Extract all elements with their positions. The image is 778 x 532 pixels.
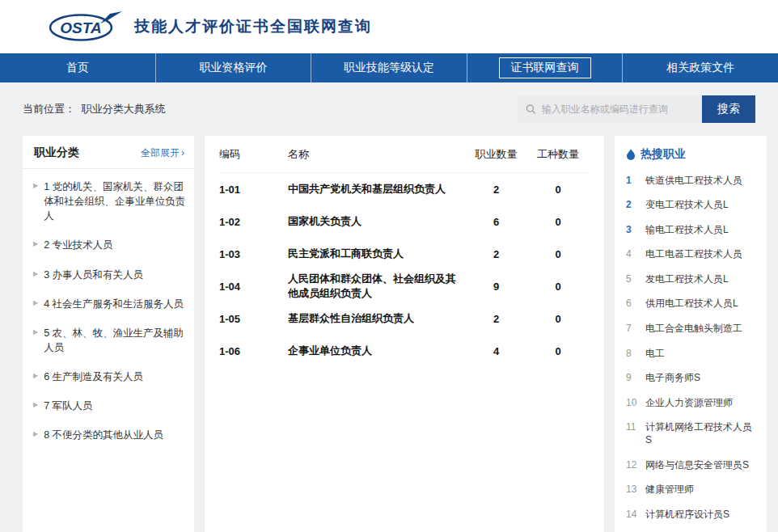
caret-right-icon: ▶ [33,179,38,223]
nav-item-occupational-qualification[interactable]: 职业资格评价 [156,53,312,82]
rank-number: 7 [626,323,639,334]
category-item[interactable]: ▶ 6 生产制造及有关人员 [23,362,194,391]
table-row[interactable]: 1-02 国家机关负责人 6 0 [219,205,590,238]
hot-search-item[interactable]: 13 健康管理师 [626,478,757,503]
rank-number: 8 [626,348,639,359]
category-item[interactable]: ▶ 1 党的机关、国家机关、群众团体和社会组织、企事业单位负责人 [23,172,194,230]
hot-item-label: 计算机程序设计员S [645,509,729,521]
hot-search-panel: 热搜职业 1 铁道供电工程技术人员 2 变电工程技术人员L 3 输电工程技术人员… [615,136,767,532]
cell-code: 1-06 [219,345,288,357]
caret-right-icon: ▶ [33,297,38,311]
hot-item-label: 电子商务师S [645,372,700,385]
cell-occupations: 2 [466,313,526,325]
cell-occupations: 4 [466,345,526,357]
table-header-row: 编码 名称 职业数量 工种数量 [219,136,590,173]
nav-item-policy-documents[interactable]: 相关政策文件 [623,53,778,82]
chevron-right-icon: › [181,147,184,158]
breadcrumb: 当前位置： 职业分类大典系统 [23,102,166,116]
caret-right-icon: ▶ [33,268,38,282]
category-item[interactable]: ▶ 3 办事人员和有关人员 [23,260,194,289]
cell-code: 1-03 [219,248,288,260]
cell-code: 1-05 [219,313,288,325]
content: 职业分类 全部展开 › ▶ 1 党的机关、国家机关、群众团体和社会组织、企事业单… [0,136,778,532]
osta-logo[interactable]: OSTA [49,11,123,43]
hot-item-label: 供用电工程技术人员L [645,298,738,310]
table-row[interactable]: 1-05 基层群众性自治组织负责人 2 0 [219,302,590,335]
cell-name: 基层群众性自治组织负责人 [288,311,466,326]
caret-right-icon: ▶ [33,428,38,442]
rank-number: 3 [626,224,639,235]
cell-trades: 0 [526,313,590,325]
main-nav: 首页 职业资格评价 职业技能等级认定 证书联网查询 相关政策文件 [0,53,778,82]
hot-search-item[interactable]: 10 企业人力资源管理师 [626,391,757,416]
flame-icon [626,149,636,161]
rank-number: 4 [626,248,639,260]
category-item[interactable]: ▶ 5 农、林、牧、渔业生产及辅助人员 [23,319,194,362]
hot-search-item[interactable]: 4 电工电器工程技术人员 [626,243,757,268]
category-item-label: 4 社会生产服务和生活服务人员 [44,297,184,311]
nav-item-home[interactable]: 首页 [0,53,156,82]
site-header: OSTA 技能人才评价证书全国联网查询 [0,0,778,53]
hot-item-label: 变电工程技术人员L [645,199,729,212]
category-item[interactable]: ▶ 2 专业技术人员 [23,230,194,260]
rank-number: 9 [626,372,639,383]
hot-search-item[interactable]: 1 铁道供电工程技术人员 [626,168,757,193]
rank-number: 1 [626,175,639,186]
table-row[interactable]: 1-04 人民团体和群众团体、社会组织及其他成员组织负责人 9 0 [219,270,590,302]
hot-search-header: 热搜职业 [626,146,757,168]
cell-name: 人民团体和群众团体、社会组织及其他成员组织负责人 [288,272,466,301]
hot-item-label: 电工合金电触头制造工 [645,323,742,336]
breadcrumb-row: 当前位置： 职业分类大典系统 搜索 [0,82,778,136]
table-row[interactable]: 1-01 中国共产党机关和基层组织负责人 2 0 [219,173,590,205]
hot-item-label: 健康管理师 [645,483,694,496]
category-item[interactable]: ▶ 4 社会生产服务和生活服务人员 [23,289,194,319]
hot-search-item[interactable]: 9 电子商务师S [626,366,757,391]
hot-search-item[interactable]: 14 计算机程序设计员S [626,502,757,527]
table-row[interactable]: 1-06 企事业单位负责人 4 0 [219,335,590,367]
cell-trades: 0 [526,184,590,196]
column-header-occupations: 职业数量 [466,147,526,162]
hot-item-label: 网络与信息安全管理员S [645,459,749,472]
cell-trades: 0 [526,281,590,293]
osta-logo-icon: OSTA [49,11,123,43]
hot-search-item[interactable]: 7 电工合金电触头制造工 [626,317,757,342]
breadcrumb-prefix: 当前位置： [23,103,75,115]
category-item-label: 2 专业技术人员 [44,238,112,252]
nav-item-skill-level[interactable]: 职业技能等级认定 [311,53,467,82]
expand-all-link[interactable]: 全部展开 › [141,146,184,160]
category-item[interactable]: ▶ 7 军队人员 [23,391,194,420]
hot-search-item[interactable]: 12 网络与信息安全管理员S [626,453,757,478]
category-item[interactable]: ▶ 8 不便分类的其他从业人员 [23,420,194,450]
rank-number: 2 [626,199,639,210]
hot-search-title: 热搜职业 [641,147,686,162]
category-item-label: 7 军队人员 [44,399,92,413]
hot-search-item[interactable]: 2 变电工程技术人员L [626,193,757,218]
cell-code: 1-04 [219,281,288,293]
caret-right-icon: ▶ [33,326,38,355]
search-button[interactable]: 搜索 [702,95,755,123]
table-row[interactable]: 1-03 民主党派和工商联负责人 2 0 [219,238,590,270]
category-item-label: 3 办事人员和有关人员 [44,268,143,282]
category-panel-title: 职业分类 [34,146,79,160]
cell-name: 中国共产党机关和基层组织负责人 [288,182,466,196]
nav-label: 相关政策文件 [655,58,746,78]
category-list: ▶ 1 党的机关、国家机关、群众团体和社会组织、企事业单位负责人 ▶ 2 专业技… [23,169,194,453]
cell-name: 民主党派和工商联负责人 [288,247,466,261]
rank-number: 14 [626,509,639,520]
hot-search-item[interactable]: 8 电工 [626,341,757,366]
category-table: 编码 名称 职业数量 工种数量 1-01 中国共产党机关和基层组织负责人 2 0… [205,136,604,532]
nav-label: 职业资格评价 [188,58,278,78]
search-input[interactable] [542,103,694,115]
caret-right-icon: ▶ [33,238,38,252]
hot-search-item[interactable]: 3 输电工程技术人员L [626,217,757,243]
hot-search-item[interactable]: 6 供用电工程技术人员L [626,292,757,317]
search-icon [526,103,536,115]
column-header-name: 名称 [288,147,466,162]
cell-occupations: 2 [466,248,526,260]
hot-search-item[interactable]: 5 发电工程技术人员L [626,267,757,292]
nav-item-certificate-query[interactable]: 证书联网查询 [467,53,624,82]
hot-search-item[interactable]: 11 计算机网络工程技术人员S [626,416,757,453]
hot-item-label: 计算机网络工程技术人员S [645,421,757,446]
hot-search-item[interactable]: 15 汽车维修工 [626,527,757,532]
rank-number: 5 [626,273,639,285]
